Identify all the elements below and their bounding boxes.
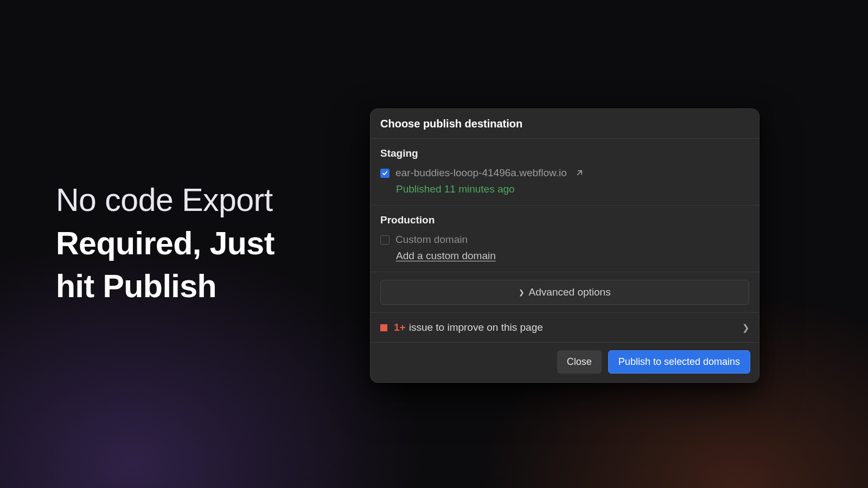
staging-domain-text: ear-buddies-looop-41496a.webflow.io [395,167,567,179]
production-checkbox[interactable] [380,235,390,245]
chevron-right-icon: ❯ [519,287,524,298]
advanced-options-button[interactable]: ❯ Advanced options [380,280,749,305]
staging-domain-row[interactable]: ear-buddies-looop-41496a.webflow.io [380,167,749,179]
production-domain-row[interactable]: Custom domain [380,234,749,246]
panel-title: Choose publish destination [371,109,759,139]
production-section: Production Custom domain Add a custom do… [371,206,759,272]
staging-publish-status: Published 11 minutes ago [396,183,749,195]
headline-line-3: hit Publish [56,268,216,304]
headline-line-2: Required, Just [56,226,275,261]
external-link-icon[interactable] [575,169,583,177]
advanced-options-wrap: ❯ Advanced options [371,272,759,313]
close-button[interactable]: Close [557,350,602,374]
issue-text: issue to improve on this page [409,322,742,333]
publish-button[interactable]: Publish to selected domains [608,350,750,374]
staging-section: Staging ear-buddies-looop-41496a.webflow… [371,139,759,206]
staging-checkbox[interactable] [380,169,390,178]
production-heading: Production [380,214,749,226]
production-domain-label: Custom domain [395,234,468,246]
add-custom-domain-link[interactable]: Add a custom domain [396,250,749,262]
issue-indicator-icon [380,324,387,331]
chevron-right-icon: ❯ [742,323,749,333]
check-icon [382,170,388,176]
issue-count: 1+ [394,322,406,333]
issues-row[interactable]: 1+ issue to improve on this page ❯ [371,313,759,343]
staging-heading: Staging [380,147,749,159]
publish-panel: Choose publish destination Staging ear-b… [370,108,760,383]
advanced-options-label: Advanced options [529,286,611,298]
marketing-headline: No code Export Required, Just hit Publis… [56,179,338,309]
headline-line-1: No code Export [56,182,273,218]
panel-footer: Close Publish to selected domains [371,343,759,382]
